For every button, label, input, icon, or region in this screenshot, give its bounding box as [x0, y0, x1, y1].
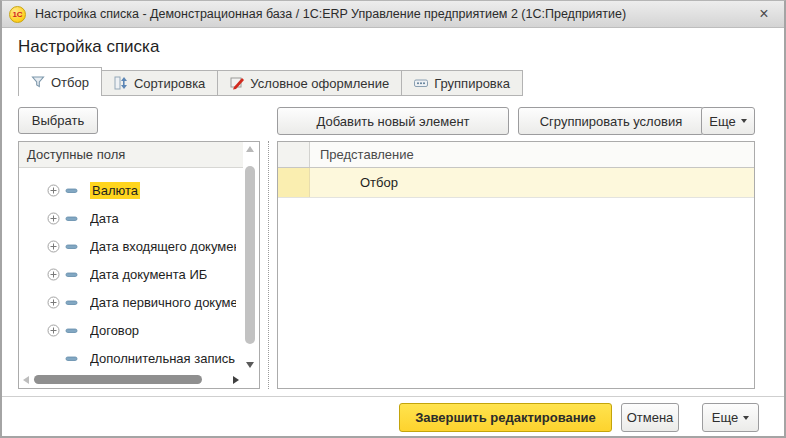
expand-plus-icon[interactable]: [47, 268, 60, 281]
field-dash-icon: [65, 240, 78, 253]
tree-item-incoming-doc-date[interactable]: Дата входящего докумен: [19, 232, 242, 260]
tab-grouping[interactable]: Группировка: [402, 70, 523, 96]
window-title: Настройка списка - Демонстрационная база…: [35, 7, 626, 21]
expand-plus-icon[interactable]: [47, 212, 60, 225]
row-presentation-cell: Отбор: [310, 168, 754, 197]
tab-label: Условное оформление: [250, 76, 389, 91]
list-settings-dialog: 1С Настройка списка - Демонстрационная б…: [0, 0, 786, 438]
field-dash-icon: [65, 268, 78, 281]
tree-item-label: Дата документа ИБ: [90, 267, 207, 282]
horizontal-scrollbar[interactable]: [21, 374, 241, 386]
tab-label: Группировка: [434, 76, 510, 91]
more-button-label: Еще: [709, 114, 735, 129]
tab-label: Отбор: [51, 75, 89, 90]
tab-strip: Отбор Сортировка Условное оформление: [18, 67, 523, 96]
table-row-filter-root[interactable]: Отбор: [278, 168, 754, 198]
row-marker-cell: [278, 168, 310, 197]
expand-plus-icon[interactable]: [47, 324, 60, 337]
select-button[interactable]: Выбрать: [18, 107, 98, 134]
page-title: Настройка списка: [18, 37, 159, 57]
tree-item-contract[interactable]: Договор: [19, 316, 242, 344]
grouping-icon: [414, 76, 428, 90]
tree-item-additional-record[interactable]: Дополнительная запись: [19, 344, 242, 372]
expand-plus-icon[interactable]: [47, 240, 60, 253]
scroll-left-icon[interactable]: [23, 376, 29, 384]
tree-item-label: Валюта: [90, 182, 140, 199]
field-dash-icon: [65, 296, 78, 309]
field-dash-icon: [65, 352, 78, 365]
tree-rows: Валюта Дата Дата входящего докумен: [19, 176, 242, 372]
vertical-scrollbar[interactable]: [244, 144, 257, 371]
chevron-down-icon: [743, 416, 749, 420]
vertical-scroll-thumb[interactable]: [245, 166, 255, 344]
cancel-button[interactable]: Отмена: [621, 403, 679, 432]
1c-logo-icon: 1С: [9, 6, 26, 23]
field-dash-icon: [65, 184, 78, 197]
chevron-down-icon: [741, 119, 747, 123]
filter-conditions-table: Представление Отбор: [277, 141, 755, 389]
tree-item-label: Дата: [90, 211, 119, 226]
horizontal-scroll-thumb[interactable]: [34, 375, 202, 384]
tree-item-label: Дата входящего докумен: [90, 239, 236, 254]
tab-conditional-formatting[interactable]: Условное оформление: [218, 70, 402, 96]
field-dash-icon: [65, 324, 78, 337]
conditional-format-icon: [230, 76, 244, 90]
filter-funnel-icon: [31, 75, 45, 89]
finish-editing-button[interactable]: Завершить редактирование: [399, 403, 612, 432]
scroll-up-icon[interactable]: [246, 146, 254, 152]
available-fields-tree: Доступные поля Валюта Дата: [18, 141, 260, 389]
tab-sorting[interactable]: Сортировка: [102, 70, 218, 96]
table-header-row: Представление: [278, 142, 754, 168]
table-header-marker-cell: [278, 142, 310, 167]
more-button-bottom[interactable]: Еще: [702, 403, 759, 432]
more-button-top[interactable]: Еще: [701, 107, 755, 135]
tree-item-date[interactable]: Дата: [19, 204, 242, 232]
tab-label: Сортировка: [134, 76, 205, 91]
panel-splitter[interactable]: [268, 141, 269, 389]
close-icon[interactable]: ×: [753, 4, 775, 24]
tree-header: Доступные поля: [19, 142, 243, 168]
tree-item-primary-doc-date[interactable]: Дата первичного докумен: [19, 288, 242, 316]
more-button-label: Еще: [712, 410, 738, 425]
scroll-right-icon[interactable]: [233, 376, 239, 384]
sort-icon: [114, 76, 128, 90]
field-dash-icon: [65, 212, 78, 225]
tree-item-label: Дата первичного докумен: [90, 295, 236, 310]
filter-toolbar: Добавить новый элемент Сгруппировать усл…: [277, 107, 755, 135]
tree-item-ib-doc-date[interactable]: Дата документа ИБ: [19, 260, 242, 288]
footer-divider: [2, 396, 784, 397]
tree-item-label: Дополнительная запись: [90, 351, 235, 366]
tree-item-label: Договор: [90, 323, 139, 338]
tab-filter[interactable]: Отбор: [18, 67, 102, 96]
expand-plus-icon[interactable]: [47, 296, 60, 309]
title-bar[interactable]: 1С Настройка списка - Демонстрационная б…: [2, 1, 784, 28]
table-header-presentation: Представление: [310, 142, 754, 167]
add-new-element-button[interactable]: Добавить новый элемент: [277, 107, 509, 135]
expand-plus-icon[interactable]: [47, 184, 60, 197]
scroll-down-icon[interactable]: [246, 362, 254, 368]
group-conditions-button[interactable]: Сгруппировать условия: [518, 107, 704, 135]
tree-item-currency[interactable]: Валюта: [19, 176, 242, 204]
